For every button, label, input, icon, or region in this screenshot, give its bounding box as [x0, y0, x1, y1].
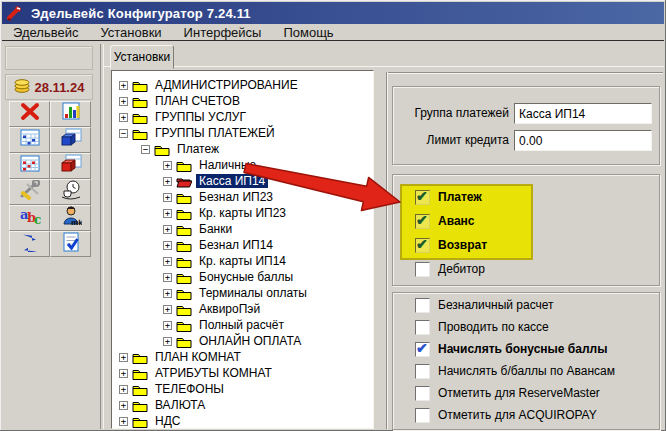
cube-blue-button[interactable]	[50, 127, 91, 153]
expand-icon[interactable]: +	[119, 81, 128, 90]
tree-item[interactable]: +Безнал ИП23	[112, 189, 373, 205]
staff-button[interactable]: mk	[50, 205, 91, 231]
checkbox[interactable]	[415, 320, 430, 335]
tree-item-label: АквироПэй	[196, 302, 263, 316]
calendar-red-icon	[19, 154, 41, 178]
room-service-button[interactable]	[50, 179, 91, 205]
collapse-icon[interactable]: −	[141, 145, 150, 154]
svg-text:c: c	[34, 213, 41, 226]
tree-item[interactable]: +ПЛАН КОМНАТ	[112, 349, 373, 365]
expand-icon[interactable]: +	[163, 193, 172, 202]
title-bar[interactable]: Эдельвейс Конфигуратор 7.24.11	[2, 2, 664, 24]
checkbox[interactable]: ✔	[415, 190, 430, 205]
credit-limit-input[interactable]	[514, 130, 652, 151]
checkbox-row[interactable]: ✔Возврат	[393, 233, 659, 257]
tree-item-label: ГРУППЫ ПЛАТЕЖЕЙ	[152, 126, 278, 140]
expand-icon[interactable]: +	[119, 417, 128, 426]
expand-icon[interactable]: +	[163, 337, 172, 346]
collapse-icon[interactable]: −	[119, 129, 128, 138]
expand-icon[interactable]: +	[163, 257, 172, 266]
tree-item[interactable]: +Касса ИП14	[112, 173, 373, 189]
tree[interactable]: +АДМИНИСТРИРОВАНИЕ+ПЛАН СЧЕТОВ+ГРУППЫ УС…	[111, 70, 374, 429]
payment-group-input[interactable]	[514, 103, 652, 124]
abc-button[interactable]: abc	[9, 205, 50, 231]
tree-item[interactable]: +Наличные	[112, 157, 373, 173]
tree-item[interactable]: +Терминалы оплаты	[112, 285, 373, 301]
tree-item[interactable]: +АквироПэй	[112, 301, 373, 317]
checkbox-row[interactable]: Отметить для ReserveMaster	[393, 382, 659, 404]
calendar-blue-button[interactable]	[9, 127, 50, 153]
checkbox-row[interactable]: Проводить по кассе	[393, 316, 659, 338]
cube-blue-icon	[60, 128, 82, 152]
chart-button[interactable]	[50, 101, 91, 127]
folder-icon	[132, 399, 148, 412]
tree-item[interactable]: +Кр. карты ИП14	[112, 253, 373, 269]
tree-item[interactable]: +АТРИБУТЫ КОМНАТ	[112, 365, 373, 381]
checklist-button[interactable]	[50, 231, 91, 257]
tree-item[interactable]: +НДС	[112, 413, 373, 429]
expand-icon[interactable]: +	[163, 305, 172, 314]
expand-icon[interactable]: +	[163, 225, 172, 234]
checkbox-row[interactable]: Отметить для ACQUIROPAY	[393, 404, 659, 426]
checkbox-row[interactable]: ✔Аванс	[393, 209, 659, 233]
tab-settings[interactable]: Установки	[110, 45, 174, 69]
expand-icon[interactable]: +	[163, 177, 172, 186]
tree-item-label: ПЛАН КОМНАТ	[152, 350, 244, 364]
sync-button[interactable]	[9, 231, 50, 257]
tree-item[interactable]: +АДМИНИСТРИРОВАНИЕ	[112, 77, 373, 93]
tree-item[interactable]: −ГРУППЫ ПЛАТЕЖЕЙ	[112, 125, 373, 141]
expand-icon[interactable]: +	[119, 97, 128, 106]
checkbox-row[interactable]: Начислять б/баллы по Авансам	[393, 360, 659, 382]
tree-item[interactable]: +Бонусные баллы	[112, 269, 373, 285]
checkbox[interactable]: ✔	[415, 238, 430, 253]
expand-icon[interactable]: +	[163, 273, 172, 282]
expand-icon[interactable]: +	[119, 369, 128, 378]
expand-icon[interactable]: +	[119, 113, 128, 122]
expand-icon[interactable]: +	[163, 321, 172, 330]
tree-item[interactable]: +ГРУППЫ УСЛУГ	[112, 109, 373, 125]
folder-icon	[132, 79, 148, 92]
menu-edelweiss[interactable]: Эдельвейс	[2, 25, 89, 40]
tree-item[interactable]: +Полный расчёт	[112, 317, 373, 333]
checkbox-row[interactable]: ✔Начислять бонусные баллы	[393, 338, 659, 360]
payment-flags-list: ✔Платеж✔Аванс✔ВозвратДебитор	[393, 185, 659, 281]
folder-icon	[132, 351, 148, 364]
expand-icon[interactable]: +	[163, 241, 172, 250]
tree-item[interactable]: +Безнал ИП14	[112, 237, 373, 253]
checkbox[interactable]	[415, 262, 430, 277]
menu-settings[interactable]: Установки	[89, 25, 172, 40]
delete-button[interactable]	[9, 101, 50, 127]
tree-item[interactable]: +Банки	[112, 221, 373, 237]
staff-icon: mk	[60, 206, 82, 230]
checkbox-row[interactable]: Безналичный расчет	[393, 294, 659, 316]
checkbox[interactable]	[415, 408, 430, 423]
checkbox-row[interactable]: Дебитор	[393, 257, 659, 281]
menu-interfaces[interactable]: Интерфейсы	[173, 25, 273, 40]
menu-help[interactable]: Помощь	[272, 25, 344, 40]
checkbox[interactable]: ✔	[415, 214, 430, 229]
tree-item[interactable]: +ВАЛЮТА	[112, 397, 373, 413]
tree-item[interactable]: +Кр. карты ИП23	[112, 205, 373, 221]
tools-button[interactable]	[9, 179, 50, 205]
checkbox-label: Безналичный расчет	[438, 298, 554, 312]
checkbox[interactable]: ✔	[415, 342, 430, 357]
checkbox[interactable]	[415, 364, 430, 379]
tree-item[interactable]: +ПЛАН СЧЕТОВ	[112, 93, 373, 109]
tree-item[interactable]: +ОНЛАЙН ОПЛАТА	[112, 333, 373, 349]
expand-icon[interactable]: +	[119, 401, 128, 410]
tools-icon	[19, 180, 41, 204]
tree-item[interactable]: +ТЕЛЕФОНЫ	[112, 381, 373, 397]
checkbox[interactable]	[415, 386, 430, 401]
expand-icon[interactable]: +	[119, 385, 128, 394]
expand-icon[interactable]: +	[119, 353, 128, 362]
expand-icon[interactable]: +	[163, 289, 172, 298]
expand-icon[interactable]: +	[163, 161, 172, 170]
checkbox[interactable]	[415, 298, 430, 313]
calendar-red-button[interactable]	[9, 153, 50, 179]
expand-icon[interactable]: +	[163, 209, 172, 218]
app-wrench-icon	[7, 5, 25, 21]
cube-red-button[interactable]	[50, 153, 91, 179]
tree-item-label: Безнал ИП14	[196, 238, 276, 252]
tree-item[interactable]: −Платеж	[112, 141, 373, 157]
checkbox-row[interactable]: ✔Платеж	[393, 185, 659, 209]
